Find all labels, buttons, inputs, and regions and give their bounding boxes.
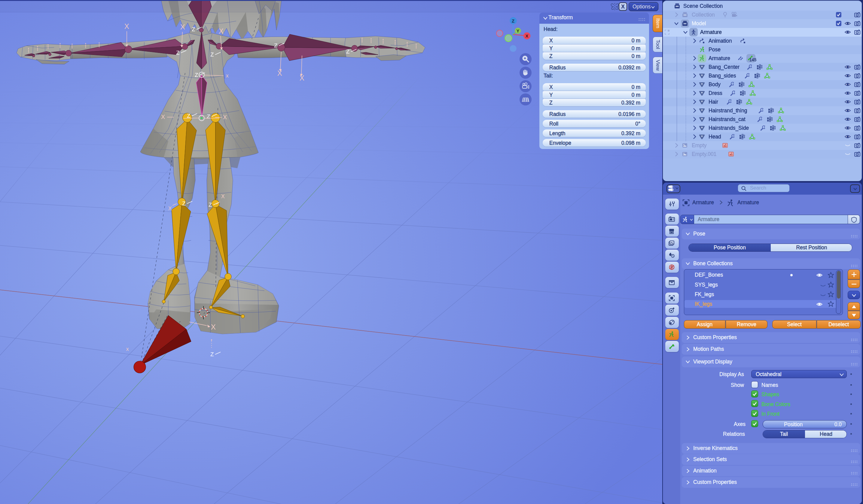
svg-text:Z: Z [192,26,195,33]
svg-text:Z: Z [346,48,350,55]
svg-text:X: X [161,114,165,120]
svg-text:X: X [211,323,216,331]
svg-text:Z: Z [176,50,180,56]
svg-text:Z: Z [209,202,212,208]
svg-text:X: X [168,205,172,212]
svg-text:Z: Z [187,113,190,119]
svg-text:Z: Z [210,51,214,58]
svg-text:X: X [526,33,528,38]
svg-text:Z: Z [195,72,198,78]
svg-text:x: x [126,346,129,352]
svg-text:X: X [277,69,282,77]
svg-text:Z: Z [274,42,278,49]
svg-text:X: X [223,114,227,121]
svg-text:Z: Z [207,113,210,119]
svg-text:Z: Z [210,351,214,357]
svg-text:Z: Z [512,18,514,23]
svg-text:Z: Z [182,200,186,207]
svg-text:X: X [221,193,225,199]
svg-text:X: X [219,27,224,35]
svg-text:X: X [180,23,185,31]
svg-text:X: X [124,22,129,30]
svg-text:Y: Y [516,28,520,33]
svg-text:X: X [300,74,304,82]
svg-text:x: x [226,73,229,79]
